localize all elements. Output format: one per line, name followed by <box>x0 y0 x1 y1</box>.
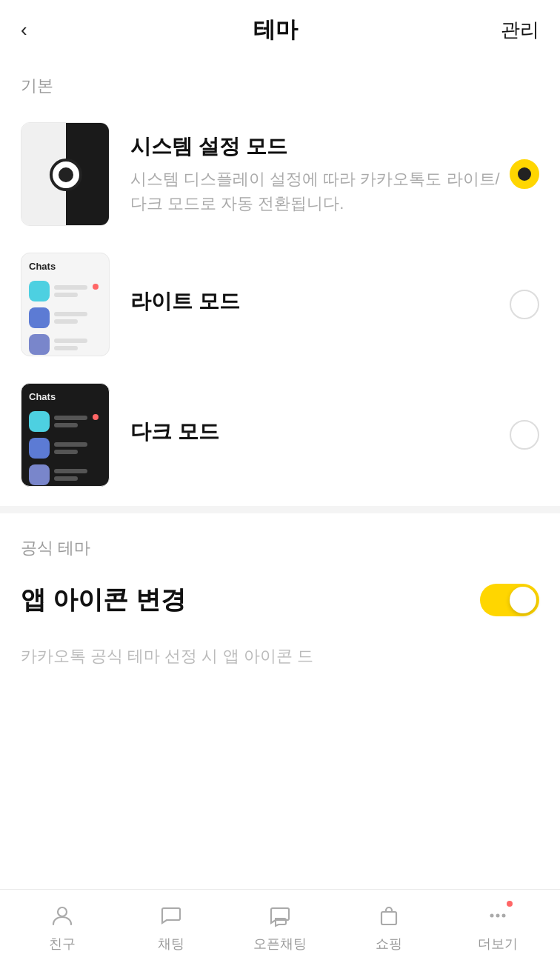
bottom-nav: 친구 채팅 오픈채팅 쇼핑 <box>0 889 560 963</box>
dark-avatar-2 <box>29 438 50 459</box>
section-divider <box>0 506 560 513</box>
app-icon-toggle[interactable] <box>480 584 539 616</box>
light-chat-item-1 <box>29 281 101 301</box>
light-avatar-1 <box>29 281 50 301</box>
svg-point-2 <box>490 913 494 917</box>
dark-mode-text: 다크 모드 <box>130 418 510 452</box>
light-mode-title: 라이트 모드 <box>130 287 510 316</box>
system-mode-title: 시스템 설정 모드 <box>130 133 510 161</box>
official-section-label: 공식 테마 <box>21 537 539 559</box>
light-chat-lines-2 <box>54 312 101 324</box>
nav-item-shopping[interactable]: 쇼핑 <box>335 901 444 953</box>
nav-item-more[interactable]: 더보기 <box>444 901 553 953</box>
chat-icon <box>156 901 186 930</box>
section-official: 공식 테마 앱 아이콘 변경 <box>0 519 560 629</box>
dark-chat-item-1 <box>29 411 101 432</box>
light-mode-text: 라이트 모드 <box>130 287 510 321</box>
dark-mode-title: 다크 모드 <box>130 418 510 446</box>
system-mode-thumb <box>21 122 110 226</box>
dark-mode-radio[interactable] <box>510 420 539 450</box>
dark-chat-lines-2 <box>54 442 101 454</box>
light-avatar-3 <box>29 334 50 355</box>
toggle-knob <box>510 587 536 613</box>
svg-rect-1 <box>381 912 396 924</box>
system-mode-text: 시스템 설정 모드 시스템 디스플레이 설정에 따라 카카오톡도 라이트/다크 … <box>130 133 510 216</box>
preview-text: 카카오톡 공식 테마 선정 시 앱 아이콘 드 <box>0 629 560 668</box>
nav-item-openchat[interactable]: 오픈채팅 <box>225 901 334 953</box>
svg-point-3 <box>496 913 500 917</box>
manage-button[interactable]: 관리 <box>501 17 539 43</box>
back-button[interactable]: ‹ <box>21 19 50 41</box>
light-chat-item-2 <box>29 307 101 328</box>
friends-icon <box>47 901 77 930</box>
dark-chats-label: Chats <box>29 391 101 402</box>
svg-point-0 <box>58 907 67 916</box>
section-basic-label: 기본 <box>0 57 560 109</box>
dark-mode-row[interactable]: Chats <box>0 370 560 500</box>
dark-chat-item-3 <box>29 464 101 485</box>
nav-label-shopping: 쇼핑 <box>376 935 402 953</box>
system-mode-desc: 시스템 디스플레이 설정에 따라 카카오톡도 라이트/다크 모드로 자동 전환됩… <box>130 167 510 216</box>
light-mode-thumb: Chats <box>21 253 110 356</box>
light-chat-lines-3 <box>54 339 101 350</box>
light-chat-dot-1 <box>93 284 99 290</box>
nav-label-friends: 친구 <box>49 935 76 953</box>
svg-point-4 <box>502 913 506 917</box>
nav-label-openchat: 오픈채팅 <box>253 935 307 953</box>
more-notification-dot <box>507 901 513 907</box>
nav-item-friends[interactable]: 친구 <box>7 901 116 953</box>
more-icon <box>483 901 513 930</box>
light-chats-label: Chats <box>29 261 101 272</box>
dark-mode-thumb: Chats <box>21 383 110 487</box>
app-icon-label: 앱 아이콘 변경 <box>21 583 186 617</box>
page-title: 테마 <box>253 15 298 45</box>
light-mode-row[interactable]: Chats <box>0 239 560 370</box>
main-content: ‹ 테마 관리 기본 시스템 설정 모드 시스템 디스플레이 설정에 따라 카카… <box>0 0 560 750</box>
nav-label-more: 더보기 <box>478 935 518 953</box>
light-avatar-2 <box>29 307 50 328</box>
dark-chat-dot-1 <box>93 414 99 420</box>
system-mode-row[interactable]: 시스템 설정 모드 시스템 디스플레이 설정에 따라 카카오톡도 라이트/다크 … <box>0 109 560 239</box>
dark-chat-item-2 <box>29 438 101 459</box>
dark-chat-lines-3 <box>54 469 101 481</box>
light-chat-item-3 <box>29 334 101 355</box>
light-mode-radio[interactable] <box>510 290 539 319</box>
nav-label-chat: 채팅 <box>158 935 184 953</box>
nav-item-chat[interactable]: 채팅 <box>116 901 225 953</box>
header: ‹ 테마 관리 <box>0 0 560 57</box>
system-mode-radio[interactable] <box>510 159 539 189</box>
dark-avatar-3 <box>29 464 50 485</box>
app-icon-row[interactable]: 앱 아이콘 변경 <box>21 577 539 629</box>
openchat-icon <box>265 901 295 930</box>
dark-avatar-1 <box>29 411 50 432</box>
shopping-icon <box>374 901 404 930</box>
